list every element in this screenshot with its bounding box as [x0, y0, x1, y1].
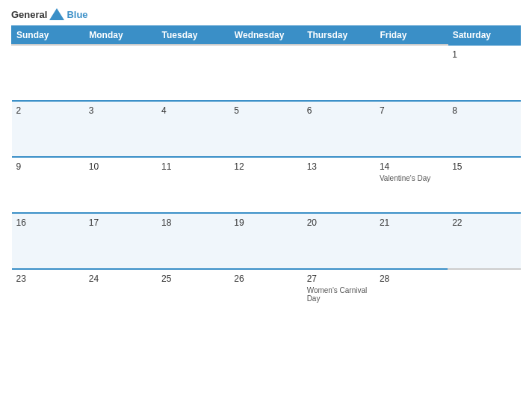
calendar-cell: 8 [448, 101, 520, 157]
calendar-cell: 18 [157, 213, 229, 269]
calendar-table: SundayMondayTuesdayWednesdayThursdayFrid… [11, 25, 521, 325]
calendar-cell: 4 [157, 101, 229, 157]
calendar-week-row: 91011121314Valentine's Day15 [12, 157, 521, 213]
day-number: 24 [89, 274, 152, 284]
calendar-week-row: 2345678 [12, 101, 521, 157]
calendar-cell: 10 [84, 157, 157, 213]
day-number: 9 [16, 161, 80, 172]
day-number: 10 [89, 161, 152, 172]
logo-blue-text: Blue [66, 9, 87, 20]
calendar-cell: 27Women's Carnival Day [303, 269, 375, 325]
calendar-cell: 28 [375, 269, 448, 325]
day-number: 22 [452, 217, 516, 228]
day-number: 17 [89, 217, 152, 228]
day-number: 12 [234, 161, 297, 172]
calendar-week-row: 16171819202122 [12, 213, 521, 269]
svg-marker-0 [49, 8, 64, 20]
calendar-cell: 1 [448, 45, 520, 101]
calendar-cell: 23 [12, 269, 84, 325]
calendar-cell [303, 45, 375, 101]
weekday-header: Friday [375, 26, 448, 46]
day-number: 15 [452, 161, 516, 172]
weekday-header: Wednesday [229, 26, 302, 46]
calendar-cell: 2 [12, 101, 84, 157]
day-number: 1 [452, 49, 516, 60]
weekday-header: Saturday [448, 26, 520, 46]
day-number: 2 [16, 105, 80, 116]
calendar-cell [448, 269, 520, 325]
calendar-cell: 21 [375, 213, 448, 269]
day-number: 11 [161, 161, 225, 172]
day-number: 26 [234, 274, 297, 284]
calendar-cell: 19 [229, 213, 302, 269]
day-number: 8 [452, 105, 516, 116]
calendar-cell: 22 [448, 213, 520, 269]
calendar-event: Women's Carnival Day [307, 286, 371, 303]
calendar-cell [375, 45, 448, 101]
day-number: 20 [307, 217, 371, 228]
calendar-cell: 13 [303, 157, 375, 213]
calendar-cell: 25 [157, 269, 229, 325]
calendar-week-row: 2324252627Women's Carnival Day28 [12, 269, 521, 325]
day-number: 14 [380, 161, 443, 172]
calendar-cell: 9 [12, 157, 84, 213]
logo-general-text: General [11, 9, 47, 20]
weekday-header: Tuesday [157, 26, 229, 46]
day-number: 5 [234, 105, 297, 116]
calendar-cell: 3 [84, 101, 157, 157]
calendar-header: General Blue [11, 7, 521, 21]
weekday-header: Monday [84, 26, 157, 46]
calendar-cell: 12 [229, 157, 302, 213]
calendar-cell [229, 45, 302, 101]
calendar-cell: 16 [12, 213, 84, 269]
day-number: 3 [89, 105, 152, 116]
day-number: 21 [380, 217, 443, 228]
calendar-header-row: SundayMondayTuesdayWednesdayThursdayFrid… [12, 26, 521, 46]
day-number: 7 [380, 105, 443, 116]
calendar-cell [12, 45, 84, 101]
weekday-header: Sunday [12, 26, 84, 46]
day-number: 6 [307, 105, 371, 116]
day-number: 28 [380, 274, 443, 284]
calendar-cell: 20 [303, 213, 375, 269]
day-number: 25 [161, 274, 225, 284]
day-number: 18 [161, 217, 225, 228]
logo: General Blue [11, 7, 88, 21]
calendar-event: Valentine's Day [380, 174, 443, 182]
weekday-header: Thursday [303, 26, 375, 46]
calendar-cell [157, 45, 229, 101]
calendar-cell: 17 [84, 213, 157, 269]
calendar-cell: 5 [229, 101, 302, 157]
day-number: 4 [161, 105, 225, 116]
calendar-cell: 7 [375, 101, 448, 157]
day-number: 16 [16, 217, 80, 228]
day-number: 23 [16, 274, 80, 284]
day-number: 27 [307, 274, 371, 284]
day-number: 13 [307, 161, 371, 172]
calendar-week-row: 1 [12, 45, 521, 101]
calendar-cell: 26 [229, 269, 302, 325]
calendar-cell: 6 [303, 101, 375, 157]
calendar-cell: 11 [157, 157, 229, 213]
calendar-cell: 14Valentine's Day [375, 157, 448, 213]
calendar-page: General Blue SundayMondayTuesdayWednesda… [0, 0, 532, 411]
calendar-cell [84, 45, 157, 101]
calendar-cell: 24 [84, 269, 157, 325]
day-number: 19 [234, 217, 297, 228]
logo-icon [49, 7, 65, 21]
calendar-cell: 15 [448, 157, 520, 213]
